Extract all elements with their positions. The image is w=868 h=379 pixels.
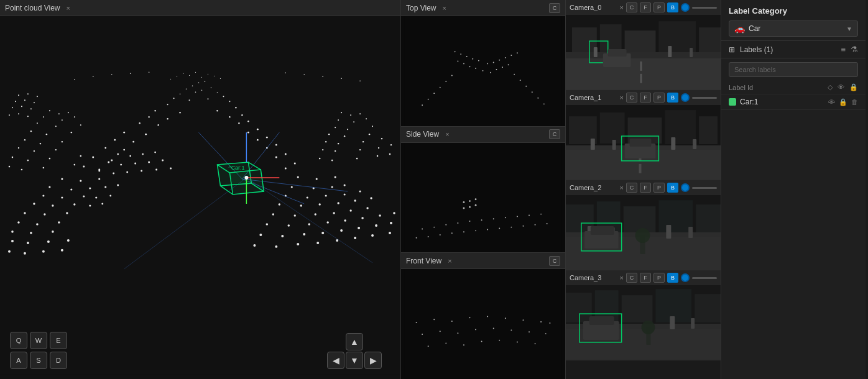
svg-point-263 [532, 91, 533, 93]
svg-point-292 [422, 228, 423, 229]
svg-point-174 [8, 250, 11, 253]
camera-0-btn-c[interactable]: C [626, 2, 637, 12]
svg-point-305 [475, 198, 477, 200]
camera-1-btn-c[interactable]: C [626, 93, 637, 103]
camera-2-slider[interactable] [692, 187, 717, 189]
label-lock-icon[interactable]: 🔒 [839, 98, 847, 106]
svg-point-5 [211, 87, 212, 88]
svg-point-66 [12, 157, 14, 158]
svg-point-42 [111, 160, 113, 162]
camera-0-slider[interactable] [692, 7, 717, 9]
camera-0-close[interactable]: × [620, 4, 624, 11]
key-q[interactable]: Q [10, 332, 27, 349]
front-view-close[interactable]: × [448, 257, 451, 265]
svg-point-101 [195, 72, 196, 73]
key-a[interactable]: A [10, 352, 27, 369]
svg-point-154 [266, 223, 269, 226]
camera-2-btn-f[interactable]: F [640, 183, 651, 193]
main-layout: Point cloud View × [0, 0, 868, 379]
camera-3-close[interactable]: × [620, 274, 624, 281]
camera-2-btn-b[interactable]: B [667, 183, 678, 193]
point-cloud-close[interactable]: × [67, 4, 70, 12]
key-e[interactable]: E [50, 332, 67, 349]
svg-point-284 [463, 231, 464, 232]
svg-point-69 [80, 155, 82, 157]
key-s[interactable]: S [30, 352, 47, 369]
camera-1-btn-b[interactable]: B [667, 93, 678, 103]
key-w[interactable]: W [30, 332, 47, 349]
svg-point-222 [162, 160, 164, 162]
side-view-icon[interactable]: C [549, 129, 560, 139]
svg-point-65 [55, 149, 57, 150]
top-view-icon[interactable]: C [549, 3, 560, 13]
camera-3-btn-c[interactable]: C [626, 273, 637, 283]
svg-point-103 [177, 76, 177, 77]
svg-point-318 [549, 322, 550, 324]
camera-1-slider[interactable] [692, 97, 717, 99]
search-labels-input[interactable] [729, 62, 858, 77]
front-view-icon[interactable]: C [549, 256, 560, 266]
front-view-content[interactable] [401, 269, 565, 379]
key-d[interactable]: D [50, 352, 67, 369]
camera-3-btn-b[interactable]: B [667, 273, 678, 283]
svg-point-145 [337, 202, 339, 204]
arrow-up[interactable]: ▲ [346, 333, 363, 350]
top-view-close[interactable]: × [442, 4, 446, 12]
svg-point-197 [34, 102, 35, 103]
svg-point-189 [109, 195, 111, 197]
camera-3-btn-f[interactable]: F [640, 273, 651, 283]
camera-3-panel: Camera_3 × C F P B [566, 270, 721, 360]
camera-1-btn-p[interactable]: P [653, 93, 665, 103]
svg-point-171 [358, 227, 360, 229]
svg-point-164 [47, 240, 50, 243]
svg-point-67 [27, 160, 29, 162]
svg-point-261 [525, 86, 527, 87]
svg-point-48 [49, 110, 50, 111]
svg-point-302 [540, 213, 542, 214]
camera-1-btn-f[interactable]: F [640, 93, 651, 103]
label-eye-off-icon[interactable]: 👁 [828, 98, 835, 106]
svg-point-200 [30, 108, 32, 109]
arrow-left[interactable]: ◀ [327, 352, 344, 369]
label-item-car1[interactable]: Car:1 👁 🔒 🗑 [721, 94, 866, 110]
svg-point-124 [17, 221, 20, 224]
camera-0-btn-f[interactable]: F [640, 2, 651, 12]
point-cloud-canvas[interactable]: ^Car:1 Q W [0, 16, 400, 379]
svg-point-104 [189, 75, 190, 76]
camera-1-toggle[interactable] [681, 93, 690, 102]
sort-icon[interactable]: ≡ [841, 45, 846, 54]
label-delete-icon[interactable]: 🗑 [851, 98, 858, 106]
top-view-content[interactable] [401, 16, 565, 126]
svg-point-149 [294, 214, 296, 216]
svg-point-115 [42, 194, 44, 196]
side-view-close[interactable]: × [445, 130, 449, 138]
svg-point-387 [635, 228, 650, 243]
camera-2-toggle[interactable] [681, 183, 690, 192]
svg-point-33 [266, 137, 268, 139]
camera-0-btn-p[interactable]: P [653, 2, 665, 12]
labels-grid-icon: ⊞ [729, 45, 735, 54]
camera-3-slider[interactable] [692, 277, 717, 279]
camera-1-close[interactable]: × [620, 94, 624, 101]
svg-point-148 [272, 213, 274, 215]
camera-0-toggle[interactable] [681, 3, 690, 12]
svg-point-14 [167, 104, 169, 105]
svg-point-127 [11, 231, 14, 233]
svg-point-116 [61, 196, 63, 198]
svg-point-144 [319, 203, 321, 205]
svg-point-87 [338, 143, 339, 144]
camera-0-btn-b[interactable]: B [667, 2, 678, 12]
camera-3-btn-p[interactable]: P [653, 273, 665, 283]
svg-rect-395 [695, 294, 721, 322]
svg-point-19 [216, 110, 218, 111]
filter-icon[interactable]: ⚗ [851, 45, 858, 54]
camera-2-close[interactable]: × [620, 184, 624, 191]
side-view-content[interactable] [401, 143, 565, 253]
camera-2-btn-c[interactable]: C [626, 183, 637, 193]
svg-point-165 [67, 239, 70, 242]
category-dropdown[interactable]: 🚗 Car ▼ [729, 21, 858, 37]
arrow-down[interactable]: ▼ [346, 352, 363, 369]
camera-2-btn-p[interactable]: P [653, 183, 665, 193]
camera-3-toggle[interactable] [681, 273, 690, 282]
arrow-right[interactable]: ▶ [364, 352, 382, 369]
